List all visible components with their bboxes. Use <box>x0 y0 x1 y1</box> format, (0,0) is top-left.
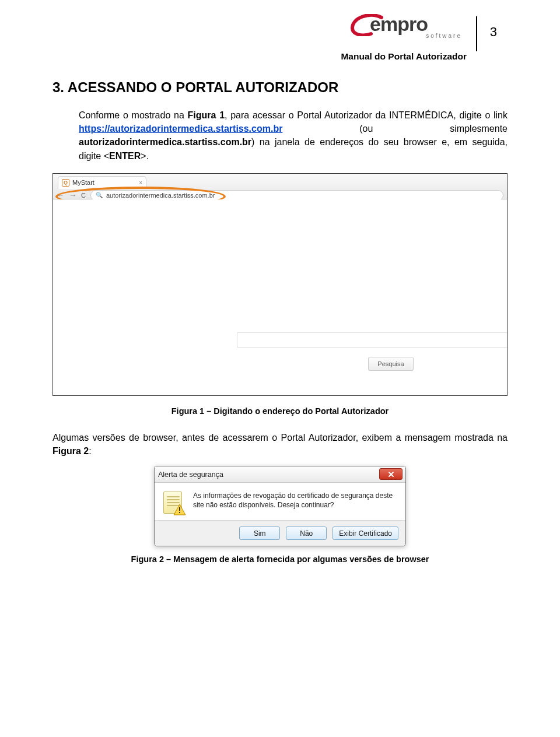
dialog-message: As informações de revogação do certifica… <box>193 491 396 514</box>
search-button-label: Pesquisa <box>377 360 404 367</box>
logo-subtitle: software <box>426 33 462 39</box>
dialog-titlebar: Alerta de segurança <box>155 466 405 483</box>
security-alert-dialog: Alerta de segurança As informações de re… <box>154 466 406 546</box>
show-certificate-button[interactable]: Exibir Certificado <box>332 527 398 540</box>
text: (ou simplesmente <box>282 124 508 134</box>
paragraph-intro: Conforme o mostrado na Figura 1, para ac… <box>79 108 508 163</box>
portal-url-link[interactable]: https://autorizadorintermedica.startiss.… <box>79 124 282 134</box>
close-icon <box>388 471 394 478</box>
portal-url-plain: autorizadorintermedica.startiss.com.br <box>79 137 251 147</box>
dialog-title: Alerta de segurança <box>158 471 223 479</box>
search-button[interactable]: Pesquisa <box>368 357 414 371</box>
section-heading: 3. ACESSANDO O PORTAL AUTORIZADOR <box>52 79 508 96</box>
logo: empro software <box>350 12 467 41</box>
manual-title: Manual do Portal Autorizador <box>341 51 467 62</box>
yes-button[interactable]: Sim <box>239 527 280 540</box>
dialog-footer: Sim Não Exibir Certificado <box>155 520 405 546</box>
paragraph-alert: Algumas versões de browser, antes de ace… <box>52 431 508 458</box>
no-button-label: Não <box>300 529 313 538</box>
address-text: autorizadorintermedica.startiss.com.br <box>106 192 215 199</box>
certificate-warning-icon <box>163 491 186 514</box>
search-icon: 🔍 <box>96 192 103 198</box>
figure-ref-2: Figura 2 <box>52 446 89 456</box>
text: Algumas versões de browser, antes de ace… <box>52 433 508 443</box>
browser-screenshot: Q MyStart × ← → C 🔍 autorizadorintermedi… <box>52 173 508 396</box>
tab-favicon-icon: Q <box>62 179 69 187</box>
tab-label: MyStart <box>72 179 94 186</box>
text: : <box>89 446 91 456</box>
logo-block: empro software <box>350 12 467 41</box>
enter-key: ENTER <box>109 151 141 161</box>
figure-1-caption: Figura 1 – Digitando o endereço do Porta… <box>52 406 508 416</box>
dialog-close-button[interactable] <box>379 468 402 480</box>
nav-reload-icon[interactable]: C <box>81 192 86 199</box>
browser-toolbar: Q MyStart × ← → C 🔍 autorizadorintermedi… <box>53 174 507 199</box>
logo-text: empro <box>370 13 428 36</box>
header-divider <box>476 16 477 51</box>
search-input[interactable] <box>237 332 508 348</box>
warning-badge-icon <box>173 504 186 515</box>
browser-tab[interactable]: Q MyStart × <box>58 176 146 189</box>
dialog-wrapper: Alerta de segurança As informações de re… <box>52 466 508 546</box>
yes-button-label: Sim <box>254 529 266 538</box>
page-header: empro software 3 Manual do Portal Autori… <box>52 12 508 64</box>
tab-close-icon[interactable]: × <box>139 180 142 186</box>
dialog-body: As informações de revogação do certifica… <box>155 483 405 520</box>
text: , para acessar o Portal Autorizador da I… <box>225 110 508 120</box>
text: >. <box>141 151 149 161</box>
figure-2-caption: Figura 2 – Mensagem de alerta fornecida … <box>52 554 508 564</box>
nav-forward-icon[interactable]: → <box>69 191 76 199</box>
show-certificate-label: Exibir Certificado <box>339 529 392 538</box>
search-row <box>237 332 508 348</box>
figure-ref-1: Figura 1 <box>188 110 225 120</box>
text: Conforme o mostrado na <box>79 110 188 120</box>
svg-rect-1 <box>179 512 180 513</box>
no-button[interactable]: Não <box>286 527 327 540</box>
page-number: 3 <box>490 24 497 40</box>
svg-rect-0 <box>179 507 180 511</box>
browser-body: Pesquisa <box>53 199 507 395</box>
nav-back-icon[interactable]: ← <box>57 191 64 199</box>
